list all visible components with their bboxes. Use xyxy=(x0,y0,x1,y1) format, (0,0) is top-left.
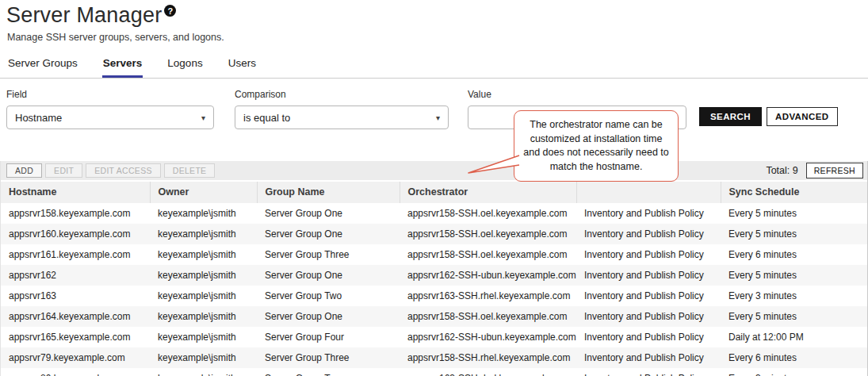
table-cell: Every 6 minutes xyxy=(721,244,867,265)
table-cell: Server Group Three xyxy=(257,244,400,265)
delete-button[interactable]: DELETE xyxy=(164,163,216,178)
table-cell: appsrvr158-SSH.oel.keyexample.com xyxy=(400,306,576,327)
total-count: Total: 9 xyxy=(766,165,797,176)
refresh-button[interactable]: REFRESH xyxy=(806,163,863,178)
field-select[interactable]: Hostname ▾ xyxy=(6,106,214,129)
table-row[interactable]: appsrvr161.keyexample.comkeyexample\jsmi… xyxy=(1,244,867,265)
servers-grid: ADD EDIT EDIT ACCESS DELETE Total: 9 REF… xyxy=(0,161,868,376)
table-cell: Server Group Three xyxy=(257,347,400,368)
table-row[interactable]: appsrvr165.keyexample.comkeyexample\jsmi… xyxy=(1,327,867,347)
table-cell: appsrvr162 xyxy=(1,265,150,286)
value-label: Value xyxy=(468,89,686,100)
table-cell: Inventory and Publish Policy xyxy=(576,286,721,306)
table-cell: Inventory and Publish Policy xyxy=(576,224,721,244)
table-cell: appsrvr164.keyexample.com xyxy=(1,306,150,327)
advanced-button[interactable]: ADVANCED xyxy=(767,107,838,126)
table-row[interactable]: appsrvr158.keyexample.comkeyexample\jsmi… xyxy=(1,203,867,224)
tab-server-groups[interactable]: Server Groups xyxy=(7,56,78,78)
table-cell: Inventory and Publish Policy xyxy=(576,327,721,347)
search-filter-bar: Field Hostname ▾ Comparison is equal to … xyxy=(0,79,868,129)
filter-buttons: SEARCH ADVANCED xyxy=(699,107,838,126)
table-cell: Inventory and Publish Policy xyxy=(576,306,721,327)
chevron-down-icon: ▾ xyxy=(436,113,440,122)
column-header-hostname[interactable]: Hostname xyxy=(1,181,150,203)
table-cell: keyexample\jsmith xyxy=(150,327,257,347)
table-cell: appsrvr158-SSH.oel.keyexample.com xyxy=(400,244,576,265)
table-body: appsrvr158.keyexample.comkeyexample\jsmi… xyxy=(1,203,867,376)
table-cell: Every 6 minutes xyxy=(721,347,867,368)
table-header-row: Hostname Owner Group Name Orchestrator S… xyxy=(1,181,867,203)
comparison-label: Comparison xyxy=(235,89,449,100)
tab-users[interactable]: Users xyxy=(228,56,257,78)
comparison-select-value: is equal to xyxy=(243,112,290,124)
field-select-value: Hostname xyxy=(15,112,62,124)
server-manager-page: Server Manager ? Manage SSH server group… xyxy=(0,0,868,376)
table-cell: Server Group One xyxy=(257,203,400,224)
field-group: Field Hostname ▾ xyxy=(6,89,214,129)
table-row[interactable]: appsrvr162keyexample\jsmithServer Group … xyxy=(1,265,867,286)
table-cell: appsrvr163-SSH.rhel.keyexample.com xyxy=(400,368,576,376)
table-cell: Every 3 minutes xyxy=(721,286,867,306)
table-row[interactable]: appsrvr79.keyexample.comkeyexample\jsmit… xyxy=(1,347,867,368)
comparison-group: Comparison is equal to ▾ xyxy=(235,89,449,129)
table-cell: appsrvr80.keyexample.com xyxy=(1,368,150,376)
page-header: Server Manager ? xyxy=(6,3,868,28)
table-cell: appsrvr163-SSH.rhel.keyexample.com xyxy=(400,286,576,306)
table-cell: Server Group One xyxy=(257,224,400,244)
field-label: Field xyxy=(6,89,214,100)
table-cell: Daily at 12:00 PM xyxy=(721,327,867,347)
table-row[interactable]: appsrvr163keyexample\jsmithServer Group … xyxy=(1,286,867,306)
table-cell: Every 3 minutes xyxy=(721,368,867,376)
table-cell: keyexample\jsmith xyxy=(150,286,257,306)
table-cell: keyexample\jsmith xyxy=(150,265,257,286)
table-row[interactable]: appsrvr164.keyexample.comkeyexample\jsmi… xyxy=(1,306,867,327)
table-cell: Every 5 minutes xyxy=(721,306,867,327)
servers-table: Hostname Owner Group Name Orchestrator S… xyxy=(1,180,867,376)
table-cell: Server Group One xyxy=(257,306,400,327)
table-cell: appsrvr162-SSH-ubun.keyexample.com xyxy=(400,265,576,286)
table-cell: Inventory and Publish Policy xyxy=(576,244,721,265)
table-cell: keyexample\jsmith xyxy=(150,306,257,327)
tab-servers[interactable]: Servers xyxy=(102,56,143,78)
column-header-group-name[interactable]: Group Name xyxy=(257,181,400,203)
table-cell: Server Group Four xyxy=(257,327,400,347)
table-row[interactable]: appsrvr80.keyexample.comkeyexample\jsmit… xyxy=(1,368,867,376)
table-cell: keyexample\jsmith xyxy=(150,368,257,376)
table-row[interactable]: appsrvr160.keyexample.comkeyexample\jsmi… xyxy=(1,224,867,244)
table-cell: Server Group Two xyxy=(257,286,400,306)
toolbar-right: Total: 9 REFRESH xyxy=(766,163,865,178)
table-cell: Every 5 minutes xyxy=(721,224,867,244)
table-cell: Every 5 minutes xyxy=(721,265,867,286)
orchestrator-callout: The orchestrator name can be customized … xyxy=(514,110,679,182)
table-cell: keyexample\jsmith xyxy=(150,224,257,244)
table-cell: appsrvr162-SSH-ubun.keyexample.com xyxy=(400,327,576,347)
table-cell: keyexample\jsmith xyxy=(150,244,257,265)
chevron-down-icon: ▾ xyxy=(201,113,205,122)
table-cell: appsrvr158.keyexample.com xyxy=(1,203,150,224)
table-cell: appsrvr79.keyexample.com xyxy=(1,347,150,368)
table-cell: keyexample\jsmith xyxy=(150,203,257,224)
column-header-blank[interactable] xyxy=(576,181,721,203)
table-cell: appsrvr158-SSH.oel.keyexample.com xyxy=(400,203,576,224)
table-cell: Inventory and Publish Policy xyxy=(576,203,721,224)
search-button[interactable]: SEARCH xyxy=(699,107,762,126)
table-cell: appsrvr158-SSH.oel.keyexample.com xyxy=(400,224,576,244)
table-cell: keyexample\jsmith xyxy=(150,347,257,368)
column-header-owner[interactable]: Owner xyxy=(150,181,257,203)
page-subtitle: Manage SSH server groups, servers, and l… xyxy=(7,32,868,43)
comparison-select[interactable]: is equal to ▾ xyxy=(235,106,449,129)
tab-logons[interactable]: Logons xyxy=(166,56,203,78)
edit-access-button[interactable]: EDIT ACCESS xyxy=(86,163,161,178)
page-title: Server Manager xyxy=(6,3,162,28)
table-cell: appsrvr161.keyexample.com xyxy=(1,244,150,265)
table-cell: Every 5 minutes xyxy=(721,203,867,224)
table-cell: Inventory and Publish Policy xyxy=(576,368,721,376)
column-header-orchestrator[interactable]: Orchestrator xyxy=(400,181,576,203)
edit-button[interactable]: EDIT xyxy=(45,163,82,178)
table-cell: appsrvr160.keyexample.com xyxy=(1,224,150,244)
table-cell: appsrvr163 xyxy=(1,286,150,306)
help-icon[interactable]: ? xyxy=(164,5,176,17)
tab-bar: Server Groups Servers Logons Users xyxy=(0,56,868,79)
add-button[interactable]: ADD xyxy=(6,163,42,178)
column-header-sync-schedule[interactable]: Sync Schedule xyxy=(721,181,867,203)
